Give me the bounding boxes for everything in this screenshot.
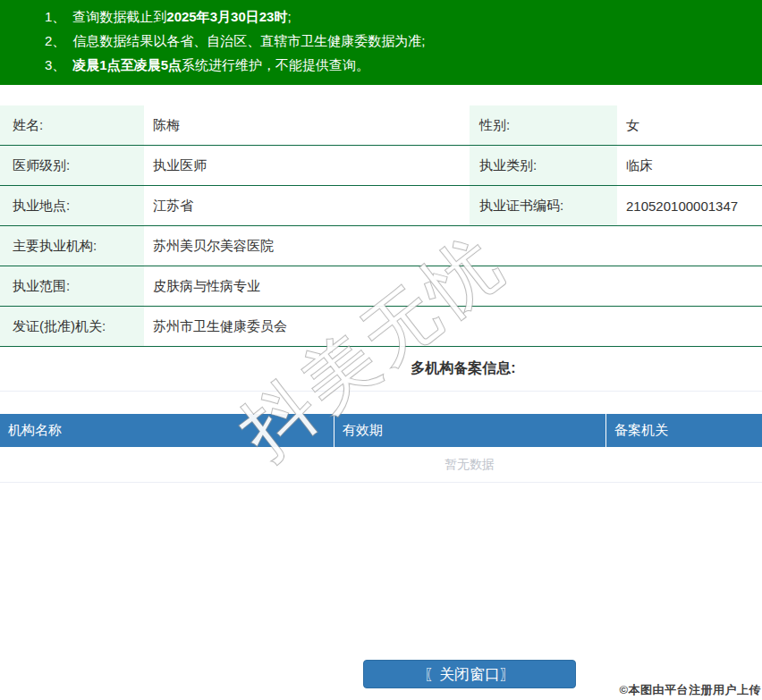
field-label-doctor-level: 医师级别: [0,146,144,185]
table-row: 主要执业机构: 苏州美贝尔美容医院 [0,226,762,266]
filing-table-header: 机构名称 有效期 备案机关 [0,414,762,447]
column-header-filing-authority: 备案机关 [606,414,762,447]
practitioner-info-table: 姓名: 陈梅 性别: 女 医师级别: 执业医师 执业类别: 临床 执业地点: 江… [0,105,762,347]
table-row: 医师级别: 执业医师 执业类别: 临床 [0,146,762,186]
notice-line-number: 2、 [45,33,65,48]
notice-line-3: 3、凌晨1点至凌晨5点系统进行维护，不能提供查询。 [45,53,762,77]
field-label-practice-scope: 执业范围: [0,266,144,306]
table-row: 执业地点: 江苏省 执业证书编码: 210520100001347 [0,186,762,226]
notice-text: ; [287,9,291,24]
field-label-main-institution: 主要执业机构: [0,226,144,266]
notice-line-number: 1、 [45,9,65,24]
no-data-row: 暂无数据 [0,447,762,483]
column-header-validity-period: 有效期 [334,414,606,447]
field-value-practice-category: 临床 [617,146,762,185]
field-value-issuing-authority: 苏州市卫生健康委员会 [144,307,762,346]
table-row: 姓名: 陈梅 性别: 女 [0,105,762,146]
table-row: 发证(批准)机关: 苏州市卫生健康委员会 [0,307,762,347]
attribution-text: ©本图由平台注册用户上传 [619,682,761,698]
table-row: 执业范围: 皮肤病与性病专业 [0,266,762,307]
field-label-certificate-number: 执业证书编码: [470,186,617,225]
notice-text: 查询数据截止到 [72,9,166,24]
notice-text: 信息数据结果以各省、自治区、直辖市卫生健康委数据为准; [72,33,425,48]
field-label-practice-location: 执业地点: [0,186,144,225]
field-label-practice-category: 执业类别: [470,146,617,185]
filing-section-heading: 多机构备案信息: [411,359,515,378]
field-label-issuing-authority: 发证(批准)机关: [0,307,144,346]
field-value-certificate-number: 210520100001347 [617,186,762,225]
field-value-practice-location: 江苏省 [144,186,470,225]
filing-section-heading-row: 多机构备案信息: [0,347,762,392]
field-label-gender: 性别: [470,105,617,145]
close-window-button[interactable]: 〖关闭窗口〗 [363,660,576,688]
notice-line-number: 3、 [45,57,65,72]
field-value-gender: 女 [617,105,762,145]
notice-text-bold: 凌晨1点至凌晨5点 [72,57,182,72]
notice-banner: 1、查询数据截止到2025年3月30日23时; 2、信息数据结果以各省、自治区、… [0,0,762,85]
spacer [0,392,762,414]
column-header-institution-name: 机构名称 [0,414,334,447]
query-result-page: 1、查询数据截止到2025年3月30日23时; 2、信息数据结果以各省、自治区、… [0,0,762,700]
notice-line-1: 1、查询数据截止到2025年3月30日23时; [45,4,762,29]
notice-text-bold: 2025年3月30日23时 [166,9,287,24]
field-label-name: 姓名: [0,105,144,145]
field-value-name: 陈梅 [144,105,470,145]
field-value-main-institution: 苏州美贝尔美容医院 [144,226,762,266]
field-value-practice-scope: 皮肤病与性病专业 [144,266,762,306]
field-value-doctor-level: 执业医师 [144,146,470,185]
notice-text: 系统进行维护，不能提供查询。 [182,57,369,72]
notice-line-2: 2、信息数据结果以各省、自治区、直辖市卫生健康委数据为准; [45,29,762,53]
no-data-text: 暂无数据 [444,457,495,473]
